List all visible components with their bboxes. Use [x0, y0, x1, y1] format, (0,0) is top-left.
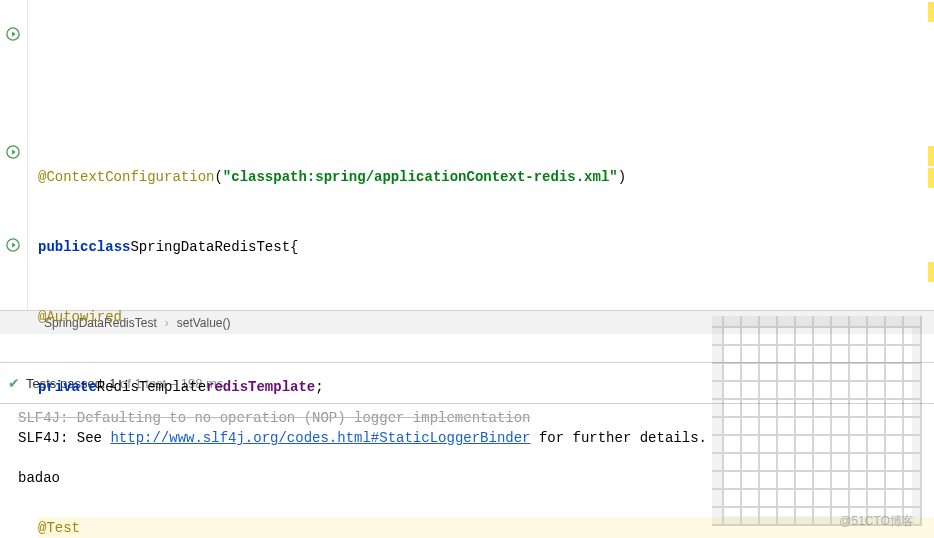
code-content[interactable]: @ContextConfiguration("classpath:spring/…	[28, 0, 934, 310]
annotation: @Test	[38, 517, 80, 538]
keyword: class	[88, 236, 130, 259]
keyword: private	[38, 376, 97, 399]
field: redisTemplate	[206, 376, 315, 399]
run-icon[interactable]	[6, 27, 20, 45]
class-name: SpringDataRedisTest	[130, 236, 290, 259]
warning-marker	[928, 146, 934, 166]
run-icon[interactable]	[6, 145, 20, 163]
keyword: public	[38, 236, 88, 259]
code-editor[interactable]: @ContextConfiguration("classpath:spring/…	[0, 0, 934, 310]
warning-marker	[928, 168, 934, 188]
check-icon: ✔	[8, 375, 20, 391]
annotation: @Autowired	[38, 306, 122, 329]
run-icon[interactable]	[6, 238, 20, 256]
type: RedisTemplate	[97, 376, 206, 399]
warning-marker	[928, 262, 934, 282]
string-literal: "classpath:spring/applicationContext-red…	[223, 166, 618, 189]
annotation: @ContextConfiguration	[38, 166, 214, 189]
warning-marker	[928, 2, 934, 22]
editor-gutter	[0, 0, 28, 310]
